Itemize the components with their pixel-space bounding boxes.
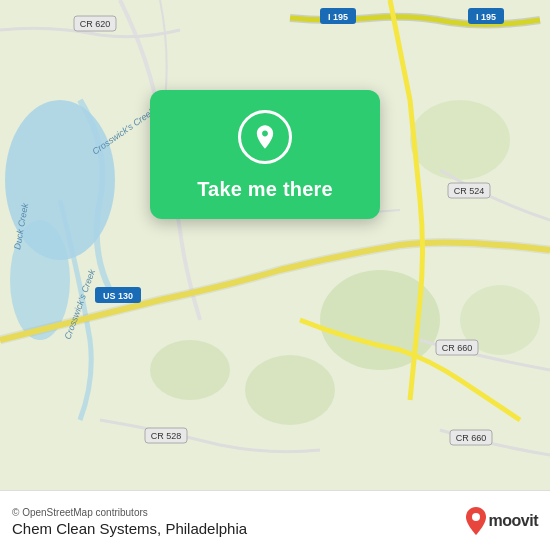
- place-name-label: Chem Clean Systems, Philadelphia: [12, 520, 538, 537]
- svg-text:CR 660: CR 660: [456, 433, 487, 443]
- bottom-bar: © OpenStreetMap contributors Chem Clean …: [0, 490, 550, 550]
- moovit-pin-icon: [465, 507, 487, 535]
- svg-text:I 195: I 195: [476, 12, 496, 22]
- take-me-there-button[interactable]: Take me there: [197, 178, 333, 201]
- location-pin-icon: [251, 123, 279, 151]
- location-card: Take me there: [150, 90, 380, 219]
- svg-text:CR 660: CR 660: [442, 343, 473, 353]
- svg-point-6: [410, 100, 510, 180]
- svg-text:US 130: US 130: [103, 291, 133, 301]
- location-icon-circle: [238, 110, 292, 164]
- svg-point-4: [245, 355, 335, 425]
- moovit-brand-text: moovit: [489, 512, 538, 530]
- svg-text:CR 528: CR 528: [151, 431, 182, 441]
- svg-point-29: [472, 513, 480, 521]
- osm-attribution: © OpenStreetMap contributors: [12, 507, 538, 518]
- svg-point-5: [150, 340, 230, 400]
- svg-text:CR 620: CR 620: [80, 19, 111, 29]
- moovit-logo: moovit: [465, 507, 538, 535]
- svg-text:I 195: I 195: [328, 12, 348, 22]
- map-background: I 195 I 195 CR 620 US 130 US 130 CR 524 …: [0, 0, 550, 490]
- map-container: I 195 I 195 CR 620 US 130 US 130 CR 524 …: [0, 0, 550, 490]
- svg-text:CR 524: CR 524: [454, 186, 485, 196]
